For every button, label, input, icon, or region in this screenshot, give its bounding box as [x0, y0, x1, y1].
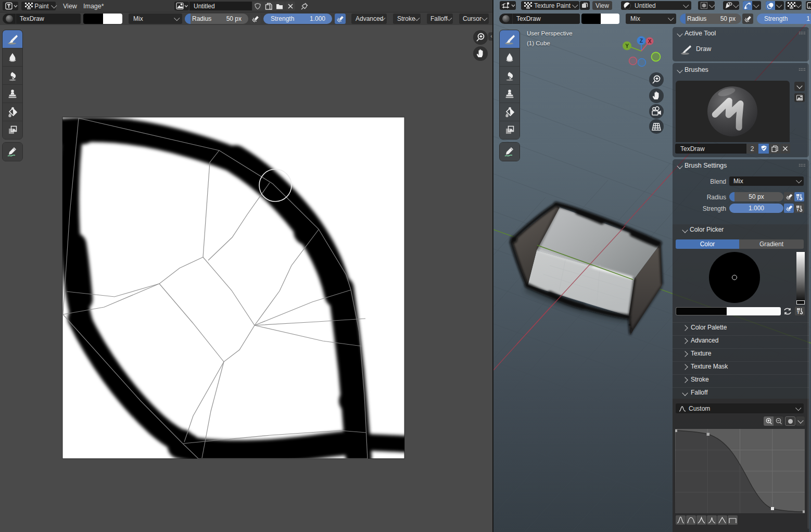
- svg-text:Y: Y: [625, 43, 629, 49]
- svg-text:Z: Z: [640, 38, 643, 44]
- svg-text:T: T: [796, 196, 799, 200]
- svg-text:T: T: [796, 207, 799, 212]
- svg-text:X: X: [648, 39, 652, 44]
- svg-text:T: T: [797, 310, 800, 315]
